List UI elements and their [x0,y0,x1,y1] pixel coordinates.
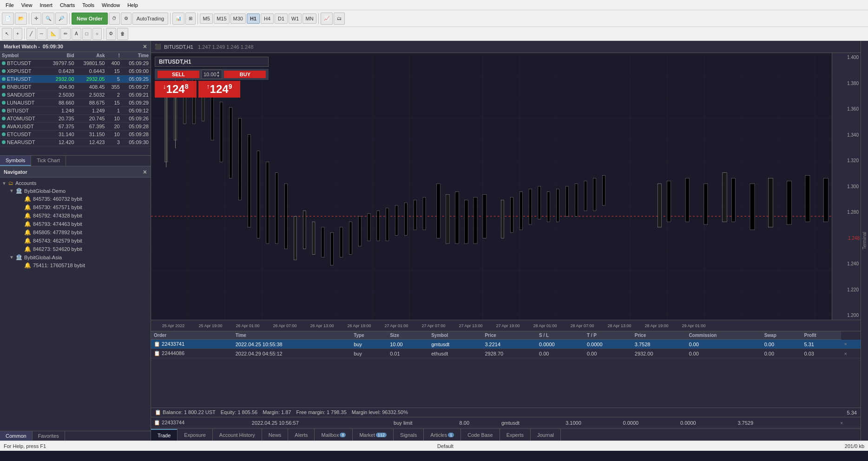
line-btn[interactable]: ╱ [26,28,36,40]
menu-charts[interactable]: Charts [56,2,79,8]
tab-market[interactable]: Market112 [353,429,394,441]
mw-row[interactable]: NEARUSDT 12.420 12.423 3 05:09:30 [0,138,151,146]
settings-btn[interactable]: ⚙ [121,13,132,25]
nav-demo-item-2[interactable]: 🔔845792: 474328 bybit [24,211,149,220]
history-btn[interactable]: ⏱ [109,13,120,25]
tab-tick-chart[interactable]: Tick Chart [31,156,66,166]
pending-row-1[interactable]: 📋 22433744 2022.04.25 10:56:57 buy limit… [151,418,861,428]
nav-demo-item-3[interactable]: 🔔845793: 474463 bybit [24,220,149,228]
tf-m5[interactable]: M5 [200,13,213,24]
cross-btn[interactable]: + [13,28,22,40]
nav-tab-favorites[interactable]: Favorites [33,431,65,441]
tf-d1[interactable]: D1 [275,13,288,24]
cursor-btn[interactable]: ↖ [2,28,12,40]
mw-row[interactable]: BNBUSDT 404.90 408.45 355 05:09:27 [0,83,151,91]
delete-btn[interactable]: 🗑 [117,28,128,40]
tf-w1[interactable]: W1 [289,13,302,24]
nav-accounts-root[interactable]: ▼ 🗂 Accounts [2,179,149,187]
market-watch-scroll[interactable]: Symbol Bid Ask ! Time BTCUSDT 39797.50 3… [0,52,151,155]
sell-type-btn[interactable]: SELL [158,71,199,78]
mw-row[interactable]: AVAXUSDT 67.375 67.395 20 05:09:28 [0,123,151,131]
template-btn[interactable]: 🗂 [334,13,345,25]
tab-trade[interactable]: Trade [151,429,178,441]
nav-asia-item-0[interactable]: 🔔75411: 17605718 bybit [24,261,149,270]
zoom-in-btn[interactable]: 🔍 [42,13,54,25]
nav-tab-common[interactable]: Common [0,431,33,441]
tab-symbols[interactable]: Symbols [0,156,31,166]
nav-demo-item-4[interactable]: 🔔845805: 477892 bybit [24,228,149,237]
mw-row[interactable]: BTCUSDT 39797.50 39801.50 400 05:09:29 [0,59,151,67]
grid-btn[interactable]: ⊞ [185,13,196,25]
pen-btn[interactable]: ✏ [60,28,71,40]
tab-articles[interactable]: Articles1 [424,429,461,441]
mw-row[interactable]: LUNAUSDT 88.660 88.675 15 05:09:29 [0,99,151,107]
mw-row[interactable]: ATOMUSDT 20.735 20.745 10 05:09:26 [0,115,151,123]
market-watch-panel: Market Watch - 05:09:30 × Symbol Bid Ask… [0,41,151,166]
order-close-1[interactable]: × [841,340,861,349]
nav-bybit-demo[interactable]: ▼ 🏦 BybitGlobal-Demo [9,187,149,195]
tab-account-history[interactable]: Account History [213,429,262,441]
menu-help[interactable]: Help [124,2,142,8]
mw-row[interactable]: BITUSDT 1.248 1.249 1 05:09:12 [0,107,151,115]
nav-demo-item-6[interactable]: 🔔846273: 524620 bybit [24,245,149,253]
sell-price-btn[interactable]: ↓1248 [155,81,197,98]
autotrading-button[interactable]: AutoTrading [132,13,169,25]
tab-exposure[interactable]: Exposure [178,429,212,441]
tab-experts[interactable]: Experts [500,429,531,441]
mw-row[interactable]: SANDUSDT 2.5030 2.5032 2 05:09:21 [0,91,151,99]
menu-file[interactable]: File [2,2,18,8]
buy-price-btn[interactable]: ↑1249 [198,81,240,98]
zoom-out-btn[interactable]: 🔎 [55,13,67,25]
col-symbol: Symbol [428,331,482,340]
tab-news[interactable]: News [262,429,289,441]
tf-m30[interactable]: M30 [230,13,246,24]
text-btn[interactable]: A [72,28,81,40]
mw-row[interactable]: XRPUSDT 0.6428 0.6443 15 05:09:00 [0,67,151,75]
chart-area[interactable]: ⬛ BITUSDT,H1 1.247 1.249 1.246 1.248 BIT… [151,41,861,331]
tab-mailbox[interactable]: Mailbox8 [315,429,353,441]
menu-window[interactable]: Window [98,2,124,8]
nav-demo-item-0[interactable]: 🔔845735: 460732 bybit [24,195,149,203]
order-close-2[interactable]: × [841,349,861,358]
tab-journal[interactable]: Journal [531,429,561,441]
order-row-2[interactable]: 📋 22444086 2022.04.29 04:55:12 buy 0.01 … [151,349,861,358]
navigator-close[interactable]: × [143,168,147,176]
market-watch-close[interactable]: × [143,43,147,50]
close-icon-2[interactable]: × [844,351,847,356]
mw-row[interactable]: ETHUSDT 2932.00 2932.05 5 05:09:25 [0,75,151,83]
new-chart-btn[interactable]: 📄 [2,13,14,25]
fib-btn[interactable]: Φ [106,28,116,40]
lot-arrows-sell[interactable]: ▲ ▼ [217,71,220,78]
rect-btn[interactable]: □ [82,28,92,40]
tab-alerts[interactable]: Alerts [288,429,315,441]
order-row-1[interactable]: 📋 22433741 2022.04.25 10:55:38 buy 10.00… [151,340,861,349]
tab-signals[interactable]: Signals [394,429,424,441]
tf-h4[interactable]: H4 [261,13,274,24]
menu-view[interactable]: View [18,2,36,8]
buy-type-btn[interactable]: BUY [224,71,266,78]
pending-close-1[interactable]: × [837,418,861,428]
crosshair-btn[interactable]: ✛ [31,13,41,25]
ellipse-btn[interactable]: ○ [92,28,102,40]
svg-rect-48 [575,184,578,216]
chart-type-btn[interactable]: 📊 [172,13,184,25]
trend-btn[interactable]: 📐 [47,28,59,40]
hline-btn[interactable]: ─ [37,28,46,40]
nav-demo-item-1[interactable]: 🔔845730: 457571 bybit [24,203,149,211]
tf-m15[interactable]: M15 [214,13,229,24]
lot-dn-sell[interactable]: ▼ [217,74,220,78]
pending-close-icon-1[interactable]: × [840,420,843,426]
tab-codebase[interactable]: Code Base [461,429,500,441]
close-icon-1[interactable]: × [844,341,847,347]
new-order-button[interactable]: New Order [72,13,108,25]
orders-table-wrap[interactable]: Order Time Type Size Symbol Price S / L … [151,331,861,408]
mw-row[interactable]: ETCUSDT 31.140 31.150 10 05:09:28 [0,131,151,138]
menu-tools[interactable]: Tools [79,2,98,8]
indicator-btn[interactable]: 📈 [321,13,333,25]
menu-insert[interactable]: Insert [36,2,56,8]
tf-mn[interactable]: MN [302,13,316,24]
open-btn[interactable]: 📂 [15,13,27,25]
nav-bybit-asia[interactable]: ▼ 🏦 BybitGlobal-Asia [9,253,149,261]
nav-demo-item-5[interactable]: 🔔845743: 462579 bybit [24,237,149,245]
tf-h1[interactable]: H1 [247,13,260,24]
